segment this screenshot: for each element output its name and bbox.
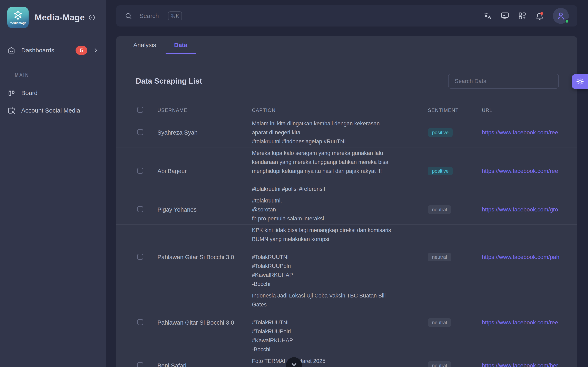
row-checkbox[interactable] xyxy=(137,319,143,325)
sidebar-item-board[interactable]: Board xyxy=(7,84,99,102)
caption-cell: Indonesia Jadi Lokasi Uji Coba Vaksin TB… xyxy=(252,290,428,355)
sidebar-item-dashboards[interactable]: Dashboards 5 xyxy=(7,43,99,58)
sentiment-badge: positive xyxy=(428,167,453,175)
home-icon xyxy=(7,46,16,54)
caption-cell: Mereka lupa kalo seragam yang mereka gun… xyxy=(252,147,428,195)
sidebar: mediamage Media-Mage Dashboards 5 xyxy=(0,0,106,367)
topbar-actions xyxy=(484,8,569,24)
select-all-checkbox[interactable] xyxy=(137,107,143,113)
table-row: Pigay Yohanes #tolakruutni. @sorotan fb … xyxy=(116,195,577,225)
calendar-user-icon xyxy=(7,106,16,115)
apps-grid-add-icon[interactable] xyxy=(518,12,526,20)
chevron-down-icon xyxy=(290,360,298,367)
tab-analysis[interactable]: Analysis xyxy=(124,36,165,54)
url-link[interactable]: https://www.facebook.com/ber xyxy=(482,362,577,367)
table-row: Beni Safari Foto TERMAHAL -Maret 2025 #t… xyxy=(116,355,577,367)
row-checkbox[interactable] xyxy=(137,167,143,174)
table-row: Abi Bageur Mereka lupa kalo seragam yang… xyxy=(116,147,577,195)
table-search-input[interactable] xyxy=(448,74,559,89)
logo-wordmark: mediamage xyxy=(9,21,26,25)
url-link[interactable]: https://www.facebook.com/gro xyxy=(482,206,577,213)
sidebar-item-label: Board xyxy=(21,90,99,96)
topbar: ⌘K xyxy=(116,5,577,26)
sidebar-section-label: MAIN xyxy=(15,73,91,78)
row-checkbox[interactable] xyxy=(137,206,143,212)
row-checkbox[interactable] xyxy=(137,254,143,260)
global-search[interactable]: ⌘K xyxy=(125,11,484,20)
content-panel: Analysis Data Data Scraping List USERNAM… xyxy=(116,36,577,367)
url-link[interactable]: https://www.facebook.com/ree xyxy=(482,319,577,326)
dashboards-count-badge: 5 xyxy=(76,46,87,55)
caption-cell: Malam ini kita diingatkan kembali dengan… xyxy=(252,118,428,147)
online-status-dot xyxy=(565,19,569,24)
column-header-url: URL xyxy=(482,108,577,113)
sentiment-badge: neutral xyxy=(428,361,451,367)
user-avatar[interactable] xyxy=(553,8,569,24)
table-row: Pahlawan Gitar Si Bocchi 3.0 KPK kini ti… xyxy=(116,225,577,290)
caption-cell: Foto TERMAHAL -Maret 2025 #tolakruutni #… xyxy=(252,355,428,367)
column-header-caption: CAPTION xyxy=(252,108,428,113)
network-logo-icon xyxy=(12,10,24,21)
table-row: Syahreza Syah Malam ini kita diingatkan … xyxy=(116,118,577,147)
column-header-username: USERNAME xyxy=(157,108,252,113)
username-cell: Abi Bageur xyxy=(157,168,252,175)
table-header-row: USERNAME CAPTION SENTIMENT URL xyxy=(116,103,577,118)
notification-dot xyxy=(540,12,543,15)
sentiment-badge: neutral xyxy=(428,253,451,261)
sidebar-item-account-social-media[interactable]: Account Social Media xyxy=(7,102,99,119)
target-icon xyxy=(88,14,95,21)
sentiment-badge: neutral xyxy=(428,205,451,214)
sidebar-nav: Dashboards 5 MAIN Board xyxy=(0,43,106,119)
caption-cell: #tolakruutni. @sorotan fb pro pemula sal… xyxy=(252,195,428,224)
app-logo[interactable]: mediamage xyxy=(7,7,29,28)
chevron-right-icon xyxy=(93,47,99,53)
sidebar-item-label: Account Social Media xyxy=(21,107,99,114)
language-icon[interactable] xyxy=(484,12,492,20)
username-cell: Pahlawan Gitar Si Bocchi 3.0 xyxy=(157,319,252,326)
panel-header: Data Scraping List xyxy=(136,73,559,89)
url-link[interactable]: https://www.facebook.com/ree xyxy=(482,129,577,136)
keyboard-shortcut-chip: ⌘K xyxy=(168,11,182,20)
settings-button[interactable] xyxy=(572,74,588,89)
sentiment-badge: positive xyxy=(428,128,453,137)
search-input[interactable] xyxy=(139,12,168,19)
kanban-board-icon xyxy=(7,89,16,97)
data-scraping-table: USERNAME CAPTION SENTIMENT URL Syahreza … xyxy=(116,103,577,367)
search-icon xyxy=(125,12,132,20)
column-header-sentiment: SENTIMENT xyxy=(428,108,482,113)
table-body: Syahreza Syah Malam ini kita diingatkan … xyxy=(116,118,577,367)
url-link[interactable]: https://www.facebook.com/pah xyxy=(482,254,577,260)
sentiment-badge: neutral xyxy=(428,318,451,327)
app-header: mediamage Media-Mage xyxy=(0,0,106,28)
app-title: Media-Mage xyxy=(35,13,85,22)
main-area: ⌘K xyxy=(106,0,588,367)
url-link[interactable]: https://www.facebook.com/ree xyxy=(482,168,577,174)
row-checkbox[interactable] xyxy=(137,129,143,135)
notifications-bell-icon[interactable] xyxy=(535,12,544,20)
row-checkbox[interactable] xyxy=(137,362,143,367)
gear-icon xyxy=(576,77,584,86)
username-cell: Pigay Yohanes xyxy=(157,206,252,213)
caption-cell: KPK kini tidak bisa lagi menangkap direk… xyxy=(252,225,428,290)
page-title: Data Scraping List xyxy=(136,77,202,85)
table-row: Pahlawan Gitar Si Bocchi 3.0 Indonesia J… xyxy=(116,290,577,355)
tab-data[interactable]: Data xyxy=(165,36,196,54)
sidebar-item-label: Dashboards xyxy=(21,47,76,54)
username-cell: Syahreza Syah xyxy=(157,129,252,136)
username-cell: Beni Safari xyxy=(157,362,252,367)
username-cell: Pahlawan Gitar Si Bocchi 3.0 xyxy=(157,254,252,261)
monitor-chart-icon[interactable] xyxy=(501,12,509,20)
tabbar: Analysis Data xyxy=(116,36,577,54)
